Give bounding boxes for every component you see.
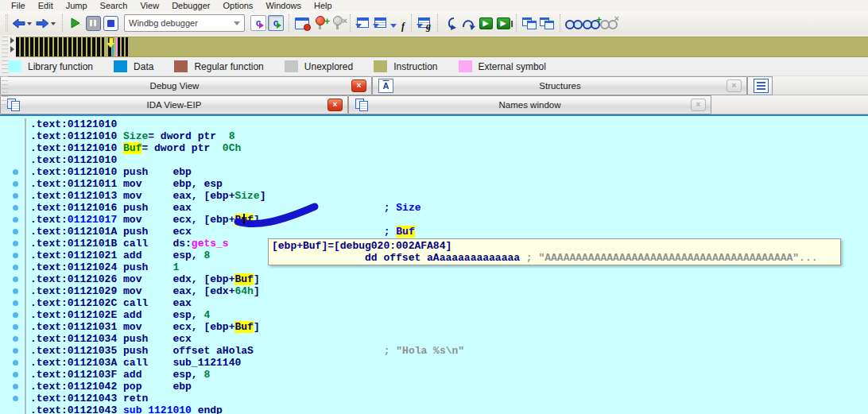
add-watch-button[interactable]: + [583,14,599,33]
menu-help[interactable]: Help [308,0,339,11]
disasm-text: .text:01121035 push offset aHolaS ; "Hol… [26,345,464,357]
data-swatch [114,60,127,72]
value-tooltip: [ebp+Buf]=[debug020:002AFA84] dd offset … [268,238,841,265]
disasm-line[interactable]: .text:01121010 push ebp [0,166,868,178]
back-dropdown-caret[interactable] [27,22,32,28]
disasm-line[interactable]: .text:0112103A call sub_1121140 [0,357,868,369]
toolbar-grip [6,14,8,32]
window-copy-icon [540,17,554,29]
tab-debug-view[interactable]: Debug View× [0,76,372,95]
windows-list-button[interactable] [521,14,537,33]
disasm-line[interactable]: .text:01121035 push offset aHolaS ; "Hol… [0,345,868,357]
toolbar-separator [62,14,63,32]
toolbar-separator [516,14,517,32]
names-window-close-button[interactable]: × [691,99,706,111]
delete-watch-button[interactable]: × [600,14,616,33]
debugger-select[interactable]: Windbg debugger [124,14,245,32]
open-segments-window-button[interactable]: g [417,14,432,33]
tab-structures[interactable]: AStructures× [372,76,747,95]
breakpoint-list-button[interactable] [294,14,310,33]
run-until-return-button[interactable]: ▶ [478,14,494,33]
disasm-line[interactable]: .text:01121042 pop ebp [0,381,868,393]
add-breakpoint-button[interactable]: + [312,14,327,33]
disasm-line[interactable]: .text:01121013 mov eax, [ebp+Size] [0,190,868,202]
window-copy-button[interactable] [539,14,555,33]
disasm-line[interactable]: .text:0112102E add esp, 4 [0,309,868,321]
open-debug-window-button[interactable] [355,14,371,33]
disasm-line[interactable]: .text:01121017 mov ecx, [ebp+Buf] [0,214,868,226]
navband-code-stripes [16,37,104,56]
menu-edit[interactable]: Edit [32,0,60,11]
line-gutter [0,309,26,321]
debug-view-close-button[interactable]: × [351,79,366,92]
instruction-dot-icon [13,324,18,330]
instruction-swatch [374,60,387,72]
menu-file[interactable]: File [5,0,32,11]
menu-view[interactable]: View [134,0,165,11]
instruction-dot-icon [13,253,18,258]
navigation-band[interactable] [16,37,868,57]
tab-row-filler [711,95,868,114]
nav-back-button[interactable] [11,14,33,33]
start-process-button[interactable] [68,14,83,33]
line-gutter [0,142,26,154]
tab-row-icon-segment[interactable] [747,76,773,95]
menu-debugger[interactable]: Debugger [165,0,216,11]
disasm-text: .text:0112101B call ds:gets_s [26,238,229,250]
structures-close-button[interactable]: × [727,79,742,92]
delete-breakpoint-icon: × [331,16,343,30]
step-into-button[interactable] [443,14,459,33]
disasm-line[interactable]: .text:01121010 [0,118,868,130]
disasm-line[interactable]: .text:0112103F add esp, 8 [0,369,868,381]
combo-caret-icon[interactable] [234,21,240,29]
attach-to-process-button[interactable]: c [250,14,266,33]
disasm-line[interactable]: .text:0112102C call eax [0,297,868,309]
disasm-line[interactable]: .text:0112101A push ecx ; Buf [0,226,868,238]
disasm-text: .text:01121021 add esp, 8 [26,250,210,261]
instruction-dot-icon [13,312,18,318]
nav-forward-button[interactable] [35,14,57,33]
delete-breakpoint-button[interactable]: × [329,14,345,33]
menu-search[interactable]: Search [94,0,134,11]
disasm-line[interactable]: .text:01121029 mov eax, [edx+64h] [0,285,868,297]
disasm-text: .text:0112103A call sub_1121140 [26,357,241,369]
line-gutter [0,154,26,166]
pause-process-button[interactable] [85,14,101,33]
disasm-line[interactable]: .text:01121011 mov ebp, esp [0,178,868,190]
tab-row-2: IDA View-EIP×Names window× [0,95,868,114]
continue-process-button[interactable]: c [268,14,284,33]
tab-row-filler [773,76,868,95]
tab-ida-view-eip[interactable]: IDA View-EIP× [0,95,348,114]
tooltip-line: dd offset aAaaaaaaaaaaaaa ; "AAAAAAAAAAA… [272,252,837,264]
disasm-line[interactable]: .text:01121016 push eax ; Size [0,202,868,214]
disasm-line[interactable]: .text:01121010 [0,154,868,166]
line-gutter [0,202,26,214]
ida-view-eip-close-button[interactable]: × [327,99,343,111]
instruction-dot-icon [13,288,18,294]
disasm-text: .text:01121042 pop ebp [26,381,192,393]
windows-list-icon [522,17,537,29]
external-symbol-label: External symbol [479,61,546,72]
disasm-line[interactable]: .text:01121031 mov ecx, [ebp+Buf] [0,321,868,333]
library-function-label: Library function [28,61,93,72]
disassembly-listing[interactable]: .text:01121010.text:01121010 Size= dword… [0,116,868,414]
menu-windows[interactable]: Windows [259,0,308,11]
forward-dropdown-caret[interactable] [51,22,56,28]
run-to-cursor-button[interactable]: ▶I [495,14,511,33]
open-functions-window-button[interactable]: f [390,14,406,33]
disasm-line[interactable]: .text:01121010 Size= dword ptr 8 [0,130,868,142]
tab-names-window[interactable]: Names window× [348,95,711,114]
navband-stripe [122,37,124,56]
menu-jump[interactable]: Jump [60,0,94,11]
disasm-line[interactable]: .text:01121026 mov edx, [ebp+Buf] [0,273,868,285]
step-over-button[interactable] [460,14,476,33]
disasm-line[interactable]: .text:01121043 sub_1121010 endp [0,404,868,414]
disasm-line[interactable]: .text:01121034 push ecx [0,333,868,345]
open-list-window-button[interactable] [373,14,389,33]
menu-options[interactable]: Options [216,0,259,11]
stop-process-button[interactable] [103,14,118,33]
disasm-line[interactable]: .text:01121043 retn [0,393,868,404]
line-gutter [0,381,26,393]
watches-button[interactable] [565,14,581,33]
disasm-line[interactable]: .text:01121010 Buf= dword ptr 0Ch [0,142,868,154]
